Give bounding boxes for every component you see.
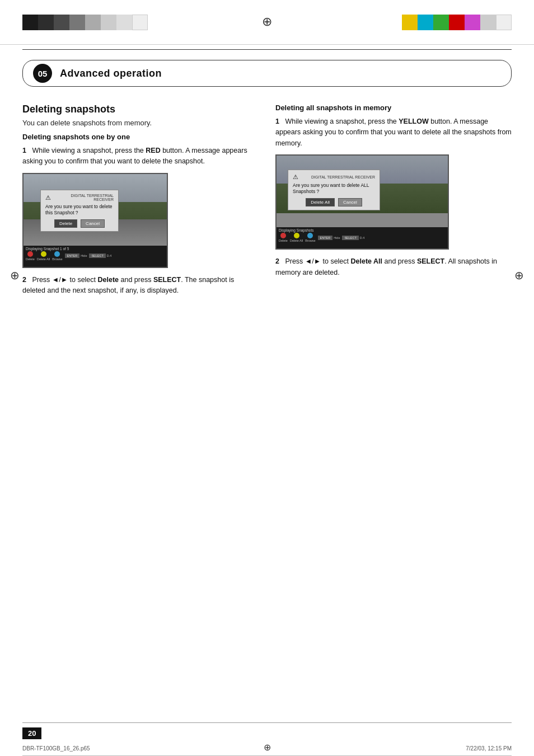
step1-num: 1 [22,147,26,154]
dialog-title-row-right: ⚠ DIGITAL TERRESTRIAL RECEIVER [293,173,375,180]
cs-lighter-gray [101,15,116,30]
cs-near-white [116,15,132,30]
subsection-title-left: Deleting snapshots one by one [22,133,259,141]
cs-red [449,15,465,30]
chapter-header: 05 Advanced operation [22,60,512,87]
ctrl-btn1: ENTER [65,253,80,258]
cs-black2 [38,15,54,30]
dialog-buttons-right: Delete All Cancel [293,198,375,206]
recorder-label-left: DIGITAL TERRESTRIAL RECEIVER [55,194,114,201]
step2-right: 2 Press ◄/► to select Delete All and pre… [275,256,512,278]
dialog-title-row-left: ⚠ DIGITAL TERRESTRIAL RECEIVER [45,194,114,201]
cs-light-gray [85,15,101,30]
icon-browse-r: Browse [305,233,315,242]
cs-black1 [22,15,38,30]
dialog-cancel-btn[interactable]: Cancel [81,219,105,228]
step2-bold1-left: Delete [98,276,119,284]
step2-text-left: Press ◄/► to select [32,276,97,284]
footer-crosshair: ⊕ [264,742,271,753]
delete-all-icon-label: Delete All [37,257,50,261]
dialog-question-right: Are you sure you want to delete ALL Snap… [293,182,375,195]
step1-left: 1 While viewing a snapshot, press the RE… [22,145,259,167]
delete-icon-circle-r [280,233,286,238]
browse-icon-label-r: Browse [305,239,315,242]
ctrl-btn2: SELECT [89,253,105,258]
dialog-delete-all-btn[interactable]: Delete All [306,198,335,206]
screenshot-bottom-bar-left: Displaying Snapshot 1 of 5 Delete Delete… [24,246,167,267]
footer-area: 20 DBR-TF100GB_16_26.p65 ⊕ 7/22/03, 12:1… [0,722,534,756]
page-number-badge: 20 [22,727,41,739]
dialog-box-left: ⚠ DIGITAL TERRESTRIAL RECEIVER Are you s… [40,190,119,232]
warning-icon-left: ⚠ [45,194,53,201]
dialog-buttons-left: Delete Cancel [45,219,114,228]
display-mode-label-r: D.4 [360,236,365,240]
recorder-label-right: DIGITAL TERRESTRIAL RECEIVER [303,175,375,179]
step1-right: 1 While viewing a snapshot, press the YE… [275,116,512,149]
dialog-question-left: Are you sure you want to delete this Sna… [45,204,114,216]
step2-text-right: Press ◄/► to select [285,257,350,265]
extra-controls: ENTER Hide [65,253,87,258]
display-mode-ctrl: SELECT D.4 [89,253,111,258]
step2-num-right: 2 [275,257,279,265]
bottom-bar-icons-left: Delete Delete All Browse ENTER Hide [26,251,165,261]
screenshot-right: ⚠ DIGITAL TERRESTRIAL RECEIVER Are you s… [275,154,449,250]
color-strip-left [22,15,148,30]
delete-all-icon-label-r: Delete All [290,239,303,242]
cs-cyan [418,15,433,30]
display-mode-label: D.4 [107,254,112,257]
chapter-title: Advanced operation [60,68,162,79]
step1-bold-right: YELLOW [399,118,428,125]
delete-icon-label: Delete [26,257,35,261]
bottom-bar-label-left: Displaying Snapshot 1 of 5 [26,247,165,251]
margin-crosshair-right: ⊕ [514,269,524,282]
step2-bold2-left: SELECT [153,276,181,284]
ctrl-sep: Hide [81,254,87,257]
content-area: Deleting snapshots You can delete snapsh… [22,104,512,302]
delete-icon-circle [27,251,33,257]
ctrl-btn2-r: SELECT [342,236,358,240]
cs-white-r [496,15,512,30]
step2-text2-right: and press [382,257,417,265]
subsection-title-right: Deleting all snapshots in memory [275,104,512,112]
display-mode-ctrl-r: SELECT D.4 [342,236,364,240]
extra-controls-r: ENTER Hide [318,236,340,240]
delete-all-icon-circle [41,251,46,257]
color-strip-right [402,15,512,30]
top-bar: ⊕ [0,0,534,45]
cs-yellow [402,15,418,30]
delete-all-icon-circle-r [294,233,299,238]
dialog-cancel-btn-right[interactable]: Cancel [338,198,362,206]
section-subtitle-left: You can delete snapshots from memory. [22,119,259,127]
icon-delete-r: Delete [279,233,288,242]
step1-text-before-right: While viewing a snapshot, press the [285,118,399,125]
dialog-delete-btn[interactable]: Delete [54,219,77,228]
bottom-bar-icons-right: Delete Delete All Browse ENTER Hide [279,233,446,242]
browse-icon-circle [54,251,60,257]
center-crosshair: ⊕ [262,15,272,29]
icon-delete: Delete [26,251,35,261]
right-column: Deleting all snapshots in memory 1 While… [275,104,512,302]
cs-green [433,15,449,30]
cs-magenta [465,15,480,30]
step1-num-right: 1 [275,118,279,125]
step1-bold: RED [146,147,160,154]
step2-text2-left: and press [119,276,153,284]
ctrl-btn1-r: ENTER [318,236,333,240]
step2-num-left: 2 [22,276,26,284]
step2-bold2-right: SELECT [417,257,444,265]
icon-delete-all: Delete All [37,251,50,261]
left-column: Deleting snapshots You can delete snapsh… [22,104,259,302]
screenshot-bottom-bar-right: Displaying Snapshots Delete Delete All B… [277,227,448,248]
margin-crosshair-left: ⊕ [10,269,20,282]
top-divider-line [22,49,512,50]
screenshot-left: ⚠ DIGITAL TERRESTRIAL RECEIVER Are you s… [22,173,168,268]
cs-off-white [132,15,148,30]
icon-browse: Browse [52,251,62,261]
step2-left: 2 Press ◄/► to select Delete and press S… [22,275,259,297]
icon-delete-all-r: Delete All [290,233,303,242]
warning-icon-right: ⚠ [293,173,301,180]
step2-bold1-right: Delete All [351,257,383,265]
cs-lgray-r [480,15,496,30]
cs-gray [69,15,85,30]
footer-datetime: 7/22/03, 12:15 PM [466,745,512,752]
